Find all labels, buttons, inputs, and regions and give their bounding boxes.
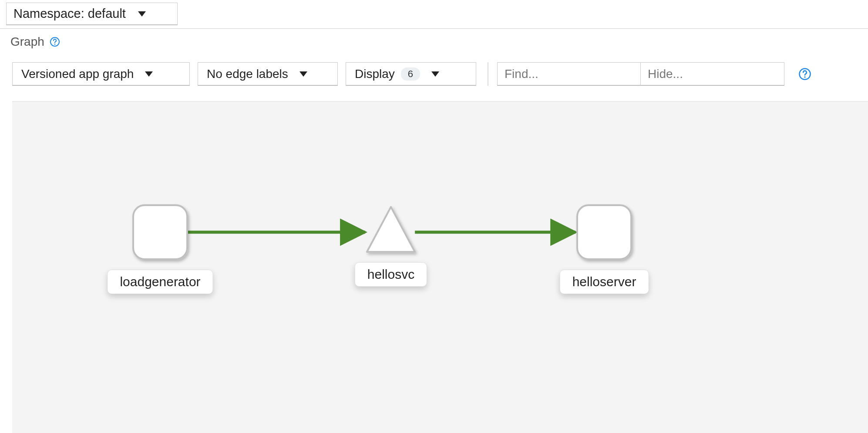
edge-labels-label: No edge labels xyxy=(207,67,288,81)
graph-node-loadgenerator[interactable] xyxy=(133,205,187,259)
caret-down-icon xyxy=(299,71,307,77)
display-dropdown[interactable]: Display 6 xyxy=(346,62,476,86)
caret-down-icon xyxy=(431,71,439,77)
help-icon[interactable] xyxy=(50,37,60,47)
graph-node-hellosvc[interactable] xyxy=(367,207,415,252)
display-label: Display xyxy=(355,67,395,81)
toolbar-separator xyxy=(488,62,488,86)
graph-canvas[interactable]: loadgeneratorhellosvchelloserver xyxy=(12,101,868,433)
graph-node-label[interactable]: hellosvc xyxy=(355,262,427,287)
hide-input[interactable] xyxy=(641,62,784,86)
namespace-dropdown-label: Namespace: default xyxy=(13,7,126,21)
graph-svg xyxy=(12,101,868,433)
namespace-dropdown[interactable]: Namespace: default xyxy=(6,3,178,25)
find-input[interactable] xyxy=(497,62,641,86)
graph-type-dropdown[interactable]: Versioned app graph xyxy=(12,62,190,86)
caret-down-icon xyxy=(138,11,146,17)
graph-node-label[interactable]: helloserver xyxy=(560,270,649,294)
caret-down-icon xyxy=(145,71,153,77)
svg-point-7 xyxy=(804,76,805,78)
graph-type-label: Versioned app graph xyxy=(21,67,134,81)
svg-marker-3 xyxy=(145,71,153,77)
help-icon[interactable] xyxy=(798,68,811,81)
svg-marker-5 xyxy=(431,71,439,77)
svg-marker-0 xyxy=(138,11,146,17)
edge-labels-dropdown[interactable]: No edge labels xyxy=(198,62,338,86)
graph-node-label[interactable]: loadgenerator xyxy=(107,270,213,294)
page-title: Graph xyxy=(10,35,44,49)
display-count-badge: 6 xyxy=(401,68,420,81)
svg-point-2 xyxy=(54,44,56,45)
graph-node-helloserver[interactable] xyxy=(577,205,631,259)
svg-marker-4 xyxy=(299,71,307,77)
